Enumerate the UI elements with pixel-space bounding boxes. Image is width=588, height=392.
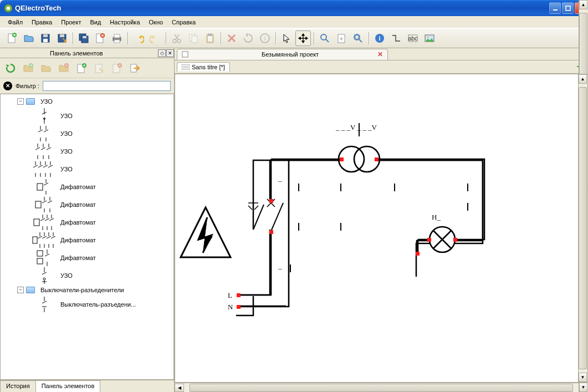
panel-delelem-button[interactable] — [109, 60, 125, 76]
tab-elements[interactable]: Панель элементов — [35, 380, 101, 392]
panel-editcat-button[interactable] — [38, 60, 54, 76]
menu-edit[interactable]: Правка — [27, 18, 57, 27]
main-area: Безымянный проект ✕ Sans titre [*] + — [175, 48, 588, 392]
print-button[interactable] — [109, 30, 125, 46]
textbox-button[interactable]: abc — [405, 30, 421, 46]
close-file-button[interactable] — [93, 30, 108, 46]
filter-input[interactable] — [43, 81, 171, 91]
svg-text:i: i — [379, 35, 380, 42]
paste-button[interactable] — [202, 30, 218, 46]
delete-button[interactable] — [224, 30, 239, 46]
scroll-up-icon[interactable]: ▲ — [579, 74, 587, 84]
tree-item[interactable]: УЗО — [1, 125, 173, 142]
project-tab[interactable]: Безымянный проект ✕ — [177, 49, 388, 60]
svg-point-37 — [427, 36, 429, 38]
titlebar: QElectroTech — [0, 0, 588, 16]
rotate-button[interactable] — [241, 30, 256, 46]
svg-rect-48 — [35, 201, 41, 208]
save-all-button[interactable] — [76, 30, 91, 46]
canvas[interactable]: _ _ _V _ _ _V H_ L N _ _ ▲ — [175, 74, 588, 383]
new-button[interactable] — [4, 30, 20, 46]
svg-point-1 — [7, 7, 10, 10]
tree-item[interactable]: УЗО — [1, 160, 173, 178]
tree-item[interactable]: Дифавтомат — [1, 231, 173, 249]
sheet-tab[interactable]: Sans titre [*] — [177, 62, 230, 72]
cut-button[interactable] — [169, 30, 185, 46]
panel-title: Панель элементов — [50, 50, 103, 57]
side-tabs: История Панель элементов — [0, 380, 174, 392]
svg-rect-52 — [37, 258, 43, 264]
select-tool-button[interactable] — [279, 30, 294, 46]
main-toolbar: i i abc — [0, 28, 588, 48]
tab-history[interactable]: История — [0, 380, 36, 392]
menu-window[interactable]: Окно — [145, 18, 168, 27]
svg-point-53 — [43, 278, 45, 280]
menu-file[interactable]: Файл — [3, 18, 27, 27]
page-settings-button[interactable] — [334, 30, 349, 46]
image-button[interactable] — [422, 30, 437, 46]
grid — [175, 74, 587, 382]
tree-item[interactable]: Выключатель-разъедени... — [1, 296, 173, 313]
tree-item[interactable]: УЗО — [1, 267, 173, 284]
project-close-icon[interactable]: ✕ — [377, 50, 383, 58]
tree-item[interactable]: Дифавтомат — [1, 178, 173, 196]
menu-help[interactable]: Справка — [167, 18, 200, 27]
canvas-vscrollbar[interactable]: ▲ ▼ — [578, 74, 587, 382]
elements-tree[interactable]: − УЗО УЗО УЗО УЗО УЗО Дифавтомат Дифавто… — [0, 94, 174, 380]
panel-newelem-button[interactable] — [73, 60, 90, 76]
info-button[interactable]: i — [372, 30, 387, 46]
svg-rect-13 — [83, 36, 86, 38]
folder-icon — [26, 287, 35, 293]
elements-panel: Панель элементов ◇ ✕ ✕ Фильтр : − — [0, 48, 175, 392]
svg-rect-51 — [37, 251, 43, 256]
menu-project[interactable]: Проект — [57, 18, 85, 27]
app-icon — [4, 4, 13, 13]
tree-item[interactable]: УЗО — [1, 107, 173, 125]
menu-view[interactable]: Вид — [85, 18, 105, 27]
menu-settings[interactable]: Настройка — [105, 18, 144, 27]
panel-newcat-button[interactable] — [20, 60, 37, 76]
menubar: Файл Правка Проект Вид Настройка Окно Сп… — [0, 16, 588, 28]
save-button[interactable] — [38, 30, 53, 46]
clear-filter-icon[interactable]: ✕ — [3, 82, 12, 90]
tree-folder-switches[interactable]: − Выключатели-разъеденители — [1, 284, 173, 296]
scroll-down-icon[interactable]: ▼ — [579, 373, 587, 382]
panel-reload-button[interactable] — [2, 60, 19, 76]
wire-button[interactable] — [388, 30, 404, 46]
zoom-button[interactable] — [317, 30, 333, 46]
svg-rect-25 — [208, 36, 212, 42]
tree-item[interactable]: Дифавтомат — [1, 196, 173, 213]
copy-button[interactable] — [186, 30, 201, 46]
sheet-tabbar: Sans titre [*] + — [175, 60, 588, 74]
open-button[interactable] — [21, 30, 37, 46]
svg-rect-7 — [43, 34, 48, 37]
svg-rect-47 — [37, 184, 43, 190]
tree-item[interactable]: УЗО — [1, 142, 173, 160]
tree-folder-uzo[interactable]: − УЗО — [1, 96, 173, 107]
redo-button[interactable] — [147, 30, 163, 46]
collapse-icon[interactable]: − — [17, 98, 24, 105]
filter-label: Фильтр : — [16, 83, 39, 89]
panel-close-button[interactable]: ✕ — [166, 49, 174, 57]
svg-rect-10 — [60, 34, 64, 37]
info-round-button[interactable]: i — [257, 30, 273, 46]
canvas-hscrollbar[interactable]: ◀ ▶ — [175, 383, 588, 392]
save-as-button[interactable] — [54, 30, 70, 46]
svg-rect-31 — [355, 35, 359, 39]
minimize-button[interactable] — [549, 2, 561, 14]
collapse-icon[interactable]: − — [17, 287, 24, 293]
panel-import-button[interactable] — [126, 60, 143, 76]
scroll-left-icon[interactable]: ◀ — [175, 384, 184, 392]
panel-undock-button[interactable]: ◇ — [158, 49, 166, 57]
undo-button[interactable] — [131, 30, 146, 46]
move-tool-button[interactable] — [295, 30, 311, 46]
panel-titlebar: Панель элементов ◇ ✕ — [0, 48, 174, 58]
panel-editelem-button[interactable] — [91, 60, 108, 76]
tree-item[interactable]: Дифавтомат — [1, 249, 173, 267]
panel-delcat-button[interactable] — [55, 60, 72, 76]
tree-item[interactable]: Дифавтомат — [1, 213, 173, 231]
maximize-button[interactable] — [562, 2, 574, 14]
svg-rect-49 — [34, 219, 39, 226]
folder-icon — [26, 98, 35, 105]
fit-zoom-button[interactable] — [350, 30, 366, 46]
